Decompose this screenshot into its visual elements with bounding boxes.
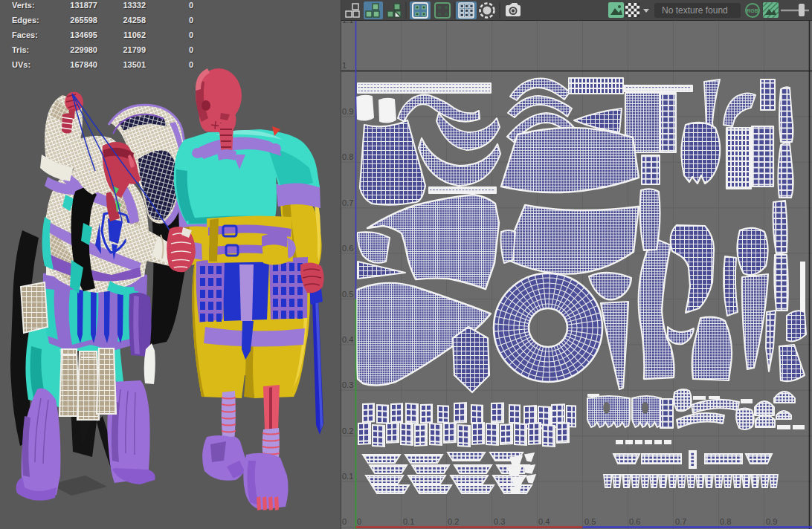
svg-text:0.4: 0.4 [538, 517, 550, 526]
svg-text:1: 1 [342, 61, 347, 70]
svg-text:0.2: 0.2 [342, 426, 353, 435]
svg-text:0.8: 0.8 [342, 152, 353, 161]
svg-text:0: 0 [342, 517, 347, 526]
svg-text:0.3: 0.3 [342, 380, 353, 389]
svg-text:0.7: 0.7 [342, 198, 353, 207]
svg-text:0.7: 0.7 [675, 517, 686, 526]
svg-text:0.1: 0.1 [403, 517, 414, 526]
svg-text:0.5: 0.5 [584, 517, 596, 526]
svg-text:0.1: 0.1 [342, 472, 353, 481]
svg-text:0.4: 0.4 [342, 335, 353, 344]
svg-text:0.8: 0.8 [720, 517, 731, 526]
svg-text:0.9: 0.9 [766, 517, 777, 526]
svg-text:0.9: 0.9 [342, 107, 353, 116]
svg-text:No texture found: No texture found [662, 5, 728, 16]
svg-text:1.1: 1.1 [342, 21, 353, 25]
svg-text:0: 0 [357, 517, 361, 526]
svg-text:0.6: 0.6 [629, 517, 640, 526]
svg-text:0.3: 0.3 [494, 517, 505, 526]
svg-text:0.6: 0.6 [342, 244, 353, 253]
svg-text:RGB: RGB [747, 8, 758, 13]
svg-text:0.2: 0.2 [448, 517, 459, 526]
svg-text:0.5: 0.5 [342, 290, 353, 299]
